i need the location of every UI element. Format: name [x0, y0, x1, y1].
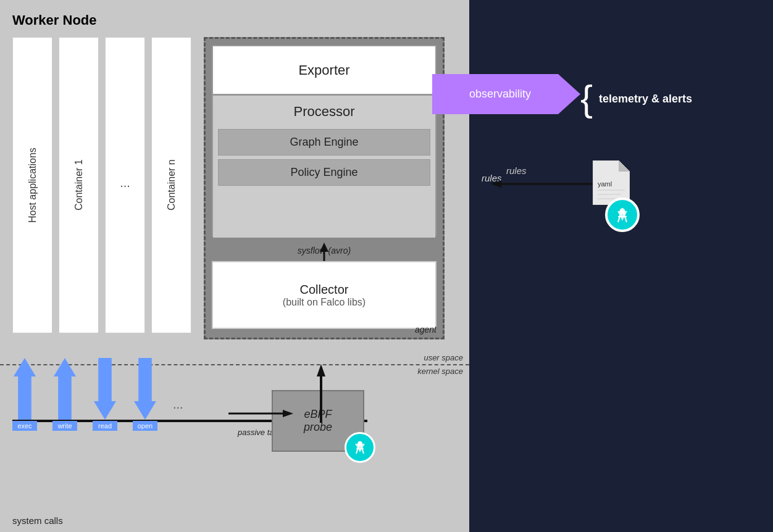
observability-arrow: observability — [432, 74, 580, 114]
brace-symbol: { — [580, 80, 593, 117]
processor-box: Processor Graph Engine Policy Engine — [213, 96, 435, 238]
exporter-box: Exporter — [213, 46, 435, 96]
syscall-open: open — [133, 358, 157, 431]
syscall-write: write — [52, 358, 77, 431]
exporter-label: Exporter — [298, 62, 349, 78]
inner-white-box: Exporter Processor Graph Engine Policy E… — [212, 45, 437, 236]
open-arrow — [134, 358, 156, 420]
exec-arrow — [14, 358, 36, 420]
open-label: open — [133, 421, 157, 431]
write-label: write — [52, 421, 77, 431]
syscall-exec: exec — [12, 358, 37, 431]
host-applications-box: Host applications — [12, 37, 52, 333]
svg-marker-10 — [283, 410, 293, 417]
falco-icon-ebpf — [350, 438, 370, 457]
svg-marker-14 — [619, 160, 630, 172]
blue-arrows-area: exec write read open ··· — [12, 358, 183, 431]
rules-arrow-svg — [488, 178, 599, 190]
right-panel-content: observability { telemetry & alerts rules… — [469, 0, 773, 532]
agent-label: agent — [415, 325, 437, 335]
falco-logo-yaml — [605, 197, 640, 232]
exec-label: exec — [12, 421, 37, 431]
worker-node-label: Worker Node — [12, 12, 457, 28]
observability-container: observability — [432, 74, 580, 114]
kernel-space-label: kernel space — [417, 367, 463, 376]
timeline-to-ebpf-arrow — [228, 406, 296, 425]
user-space-label: user space — [424, 353, 463, 362]
processor-label: Processor — [218, 101, 430, 123]
ebpf-to-collector-arrow — [315, 364, 327, 426]
container-n-box: Container n — [151, 37, 191, 333]
collector-sublabel: (built on Falco libs) — [283, 297, 366, 308]
read-label: read — [93, 421, 117, 431]
collector-label: Collector — [300, 283, 349, 297]
svg-marker-1 — [320, 243, 328, 252]
falco-logo-ebpf — [345, 432, 375, 463]
policy-engine-box: Policy Engine — [218, 159, 430, 186]
syscall-read: read — [93, 358, 117, 431]
syscall-dots: ··· — [173, 358, 183, 431]
right-panel: observability { telemetry & alerts rules… — [469, 0, 773, 532]
falco-icon-yaml — [611, 204, 633, 226]
container-1-box: Container 1 — [59, 37, 99, 333]
containers-area: Host applications Container 1 ··· Contai… — [12, 37, 191, 333]
graph-engine-box: Graph Engine — [218, 129, 430, 156]
left-panel: Worker Node Host applications Container … — [0, 0, 469, 532]
dots-separator: ··· — [105, 37, 145, 333]
agent-box: Exporter Processor Graph Engine Policy E… — [204, 37, 445, 339]
observability-label: observability — [469, 88, 531, 101]
telemetry-label: telemetry & alerts — [599, 93, 692, 106]
write-arrow — [54, 358, 76, 420]
collector-box: Collector (built on Falco libs) — [212, 261, 437, 329]
svg-text:yaml: yaml — [598, 180, 612, 188]
read-arrow — [94, 358, 116, 420]
svg-marker-12 — [491, 180, 501, 188]
rules-text-label: rules — [506, 165, 527, 176]
svg-marker-8 — [317, 364, 325, 376]
system-calls-label: system calls — [12, 515, 63, 526]
